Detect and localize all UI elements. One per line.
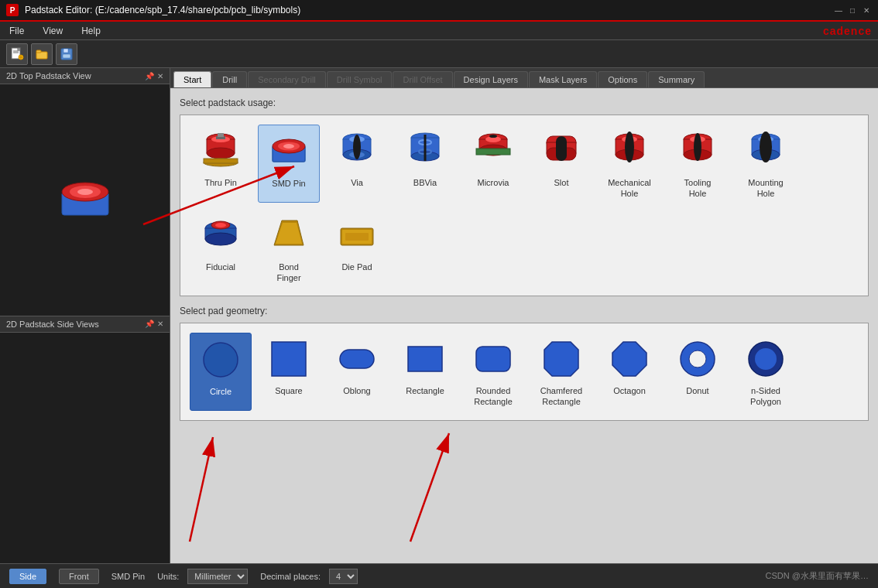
slot-label: Slot xyxy=(554,177,569,188)
titlebar: P Padstack Editor: (E:/cadence/spb_17.4/… xyxy=(0,0,878,22)
tab-design-layers[interactable]: Design Layers xyxy=(454,71,528,87)
geo-rectangle[interactable]: Rectangle xyxy=(394,333,456,411)
svg-rect-78 xyxy=(408,347,442,371)
geo-oblong[interactable]: Oblong xyxy=(326,333,388,411)
tab-drill-symbol[interactable]: Drill Symbol xyxy=(327,71,393,87)
status-tab-front[interactable]: Front xyxy=(59,569,99,584)
cadence-logo: cadence xyxy=(823,25,872,37)
padstack-bbvia[interactable]: BBVia xyxy=(394,125,456,203)
padstack-smd-pin[interactable]: SMD Pin xyxy=(258,125,320,203)
geo-octagon[interactable]: Octagon xyxy=(598,333,660,411)
rectangle-label: Rectangle xyxy=(406,385,444,396)
status-tab-side[interactable]: Side xyxy=(9,569,46,584)
tab-secondary-drill[interactable]: Secondary Drill xyxy=(248,71,326,87)
top-view-title: 2D Top Padstack View xyxy=(6,71,91,80)
svg-rect-74 xyxy=(345,233,369,241)
menubar: File View Help cadence xyxy=(0,22,878,40)
top-view-content xyxy=(0,84,170,316)
maximize-button[interactable]: □ xyxy=(847,5,858,15)
tab-drill-offset[interactable]: Drill Offset xyxy=(393,71,452,87)
new-button[interactable] xyxy=(6,43,28,65)
padstack-thru-pin[interactable]: Thru Pin xyxy=(190,125,252,203)
n-sided-polygon-icon xyxy=(743,336,789,382)
left-panel: 2D Top Padstack View 📌 ✕ xyxy=(0,68,170,563)
geo-circle[interactable]: Circle xyxy=(190,333,252,411)
pad-geometry-grid: Circle Square xyxy=(180,323,869,421)
side-view-title: 2D Padstack Side Views xyxy=(6,320,99,329)
menu-view[interactable]: View xyxy=(39,24,66,38)
tab-summary[interactable]: Summary xyxy=(648,71,705,87)
pad-geometry-label: Select pad geometry: xyxy=(180,306,869,316)
padstack-mounting-hole[interactable]: MountingHole xyxy=(735,125,797,203)
top-view-pin[interactable]: 📌 xyxy=(145,72,154,80)
tooling-hole-label: ToolingHole xyxy=(684,177,712,200)
side-view-close[interactable]: ✕ xyxy=(157,320,163,328)
padstack-usage-grid: Thru Pin SMD Pin xyxy=(180,115,869,296)
top-view-controls: 📌 ✕ xyxy=(145,72,163,80)
svg-point-83 xyxy=(689,350,706,368)
geo-rounded-rectangle[interactable]: RoundedRectangle xyxy=(462,333,524,411)
geo-donut[interactable]: Donut xyxy=(667,333,729,411)
svg-rect-1 xyxy=(18,48,20,50)
close-button[interactable]: ✕ xyxy=(861,5,872,15)
svg-point-33 xyxy=(353,135,361,159)
geo-square[interactable]: Square xyxy=(258,333,320,411)
svg-marker-80 xyxy=(544,342,578,376)
tab-mask-layers[interactable]: Mask Layers xyxy=(529,71,597,87)
padstack-fiducial[interactable]: Fiducial xyxy=(190,209,252,287)
chamfered-rectangle-icon xyxy=(538,336,585,382)
svg-point-27 xyxy=(283,144,294,149)
pin-type-value: SMD Pin xyxy=(111,572,145,581)
rectangle-icon xyxy=(402,336,448,382)
content-area: Select padstack usage: xyxy=(170,88,878,563)
mounting-hole-icon xyxy=(743,128,789,174)
tab-drill[interactable]: Drill xyxy=(212,71,247,87)
mechanical-hole-label: MechanicalHole xyxy=(608,177,651,200)
padstack-microvia[interactable]: Microvia xyxy=(462,125,524,203)
tab-options[interactable]: Options xyxy=(598,71,647,87)
octagon-icon xyxy=(606,336,653,382)
microvia-icon xyxy=(470,128,516,174)
svg-rect-49 xyxy=(556,136,567,161)
padstack-bond-finger[interactable]: BondFinger xyxy=(258,209,320,287)
top-view-3d xyxy=(0,84,170,316)
pin-type-display: SMD Pin xyxy=(111,572,145,581)
open-button[interactable] xyxy=(31,43,53,65)
decimal-label: Decimal places: 4 2 3 5 6 xyxy=(260,569,358,584)
chamfered-rectangle-label: ChamferedRectangle xyxy=(540,385,582,408)
svg-point-85 xyxy=(755,348,777,370)
svg-rect-23 xyxy=(204,159,238,163)
svg-rect-21 xyxy=(218,133,224,137)
padstack-mechanical-hole[interactable]: MechanicalHole xyxy=(598,125,660,203)
tab-start[interactable]: Start xyxy=(173,71,211,87)
svg-rect-77 xyxy=(340,350,374,368)
padstack-slot[interactable]: Slot xyxy=(530,125,592,203)
smd-pin-icon xyxy=(266,128,312,175)
via-icon xyxy=(334,128,380,174)
microvia-label: Microvia xyxy=(478,177,509,188)
watermark: CSDN @水果里面有苹果… xyxy=(766,570,869,582)
save-button[interactable] xyxy=(56,43,77,65)
padstack-tooling-hole[interactable]: ToolingHole xyxy=(667,125,729,203)
padstack-via[interactable]: Via xyxy=(326,125,388,203)
units-label: Units: Millimeter Inch xyxy=(157,569,248,584)
side-view-pin[interactable]: 📌 xyxy=(145,320,154,328)
bbvia-icon xyxy=(402,128,448,174)
geo-chamfered-rectangle[interactable]: ChamferedRectangle xyxy=(530,333,592,411)
padstack-die-pad[interactable]: Die Pad xyxy=(326,209,388,287)
units-select[interactable]: Millimeter Inch xyxy=(187,569,248,584)
decimal-select[interactable]: 4 2 3 5 6 xyxy=(329,569,358,584)
donut-label: Donut xyxy=(686,385,708,396)
app-icon: P xyxy=(6,4,19,16)
n-sided-polygon-label: n-SidedPolygon xyxy=(750,385,781,408)
circle-label: Circle xyxy=(210,386,232,397)
svg-rect-76 xyxy=(272,342,306,376)
top-view-close[interactable]: ✕ xyxy=(157,72,163,80)
minimize-button[interactable]: — xyxy=(833,5,844,15)
thru-pin-icon xyxy=(197,128,244,174)
geo-n-sided-polygon[interactable]: n-SidedPolygon xyxy=(735,333,797,411)
menu-file[interactable]: File xyxy=(6,24,27,38)
menu-help[interactable]: Help xyxy=(78,24,104,38)
smd-pin-label: SMD Pin xyxy=(272,178,305,189)
svg-point-15 xyxy=(77,189,93,195)
